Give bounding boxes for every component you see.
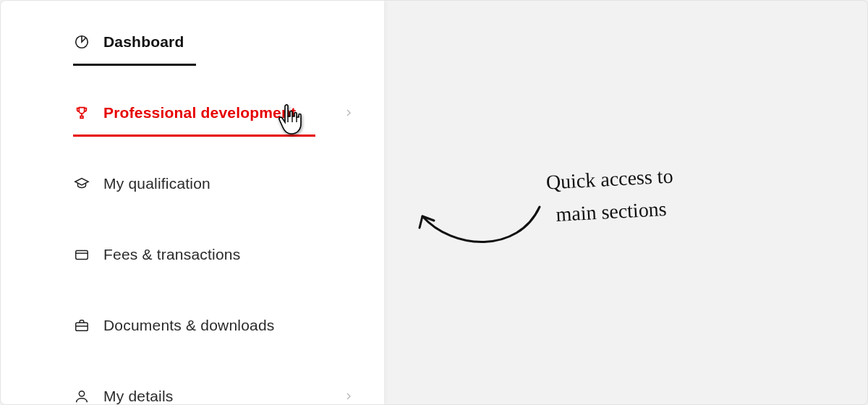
chevron-right-icon [342, 390, 355, 403]
sidebar-item-label: My qualification [103, 175, 210, 192]
annotation-text: Quick access to main sections [545, 160, 676, 231]
sidebar-item-label: Fees & transactions [103, 246, 240, 263]
sidebar-nav: Dashboard Professional development My qu… [1, 1, 384, 404]
svg-rect-1 [76, 251, 88, 260]
sidebar-item-my-qualification[interactable]: My qualification [1, 163, 384, 205]
content-area: Quick access to main sections [384, 1, 867, 404]
sidebar-item-label: Dashboard [103, 33, 184, 51]
briefcase-icon [73, 317, 90, 334]
svg-point-3 [79, 391, 84, 396]
chevron-right-icon [342, 106, 355, 119]
sidebar-item-fees-transactions[interactable]: Fees & transactions [1, 234, 384, 276]
sidebar-item-my-details[interactable]: My details [1, 375, 384, 405]
sidebar-item-professional-development[interactable]: Professional development [1, 92, 384, 134]
sidebar-item-label: My details [103, 388, 174, 405]
annotation-arrow-icon [409, 196, 547, 261]
sidebar-item-label: Documents & downloads [103, 317, 275, 334]
chart-pie-icon [73, 33, 90, 51]
app-frame: Dashboard Professional development My qu… [0, 0, 868, 405]
sidebar-item-documents-downloads[interactable]: Documents & downloads [1, 304, 384, 346]
trophy-icon [73, 104, 90, 122]
svg-rect-2 [76, 323, 88, 331]
sidebar-item-dashboard[interactable]: Dashboard [1, 21, 384, 63]
credit-card-icon [73, 246, 90, 263]
graduation-cap-icon [73, 175, 90, 192]
person-icon [73, 388, 90, 405]
sidebar-item-label: Professional development [103, 104, 296, 122]
